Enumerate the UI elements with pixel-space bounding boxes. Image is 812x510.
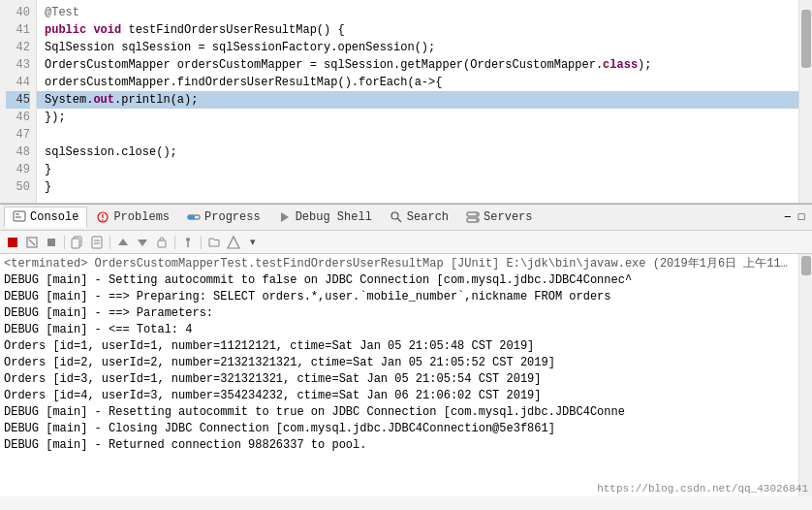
tab-problems[interactable]: Problems [87,207,178,228]
line-num-44: 44 [6,74,30,91]
svg-rect-21 [92,237,102,248]
output-line-2: DEBUG [main] - ==> Preparing: SELECT ord… [4,289,795,305]
code-line-40: @Test [37,4,798,21]
code-line-45: System.out.println(a); [37,91,798,109]
console-tab-bar: Console Problems Progress [0,204,812,231]
console-output: <terminated> OrdersCustomMapperTest.test… [0,254,798,496]
output-line-9: DEBUG [main] - Resetting autocommit to t… [4,404,795,421]
tab-debug-shell[interactable]: Debug Shell [269,207,381,228]
console-toolbar: ▾ [0,231,812,254]
output-line-4: DEBUG [main] - <== Total: 4 [4,322,795,338]
console-panel: Console Problems Progress [0,204,812,496]
editor-hscroll[interactable] [0,203,812,204]
svg-rect-15 [8,238,17,247]
minimize-button[interactable]: − [781,210,795,224]
remove-terminated-button[interactable] [23,234,41,251]
svg-marker-25 [138,239,147,246]
tab-progress-label: Progress [204,210,261,224]
code-line-44: ordersCustomMapper.findOrdersUserResultM… [37,74,798,91]
open-file-button[interactable] [205,234,223,251]
code-line-49: } [37,161,798,178]
tab-problems-label: Problems [113,210,170,224]
watermark: https://blog.csdn.net/qq_43026841 [597,483,808,494]
output-line-5: Orders [id=1, userId=1, number=11212121,… [4,338,795,355]
line-num-43: 43 [6,56,30,74]
debug-icon [278,210,292,224]
svg-line-10 [397,218,401,222]
line-num-49: 49 [6,161,30,178]
code-line-47 [37,126,798,143]
line-num-42: 42 [6,39,30,56]
output-line-7: Orders [id=3, userId=1, number=321321321… [4,371,795,388]
console-icon [13,210,26,224]
dropdown-button[interactable]: ▾ [244,234,262,251]
scroll-lock-button[interactable] [153,234,171,251]
output-line-11: DEBUG [main] - Returned connection 98826… [4,437,795,454]
tab-debug-shell-label: Debug Shell [296,210,372,224]
line-num-41: 41 [6,21,30,39]
toolbar-sep-3 [174,236,175,249]
maximize-button[interactable]: □ [795,210,808,224]
code-line-50: } [37,178,798,196]
svg-rect-0 [14,211,25,221]
output-line-8: Orders [id=4, userId=3, number=354234232… [4,388,795,404]
copy-all-button[interactable] [88,234,106,251]
line-numbers: 40 41 42 43 44 45 46 47 48 49 50 [0,0,37,203]
terminate-button[interactable] [4,234,21,251]
svg-marker-8 [281,212,289,222]
code-line-41: public void testFindOrdersUserResultMap(… [37,21,798,39]
tab-console[interactable]: Console [4,207,87,228]
output-line-3: DEBUG [main] - ==> Parameters: [4,305,795,322]
tab-servers-label: Servers [484,210,532,224]
console-vscroll[interactable] [798,254,812,496]
editor-vscroll[interactable] [798,0,812,203]
toolbar-sep-4 [201,236,202,249]
svg-rect-26 [158,240,166,247]
svg-point-27 [186,238,190,241]
problems-icon [96,210,109,224]
stop-button[interactable] [43,234,60,251]
svg-line-17 [29,239,35,245]
output-line-1: DEBUG [main] - Setting autocommit to fal… [4,272,795,289]
toolbar-sep-1 [64,236,65,249]
line-num-46: 46 [6,109,30,126]
svg-rect-18 [47,239,55,246]
code-editor: 40 41 42 43 44 45 46 47 48 49 50 @Test p… [0,0,812,204]
line-num-47: 47 [6,126,30,143]
svg-point-9 [391,212,398,219]
line-num-48: 48 [6,143,30,161]
tab-progress[interactable]: Progress [178,207,269,228]
svg-marker-24 [118,239,128,245]
copy-button[interactable] [69,234,86,251]
tab-servers[interactable]: Servers [457,207,541,228]
progress-icon [187,210,201,224]
search-icon [390,210,403,224]
scroll-up-button[interactable] [114,234,132,251]
code-line-43: OrdersCustomMapper ordersCustomMapper = … [37,56,798,74]
code-line-42: SqlSession sqlSession = sqlSessionFactor… [37,39,798,56]
output-line-6: Orders [id=2, userId=2, number=213213213… [4,355,795,371]
svg-rect-7 [188,215,195,219]
servers-icon [466,210,480,224]
scroll-down-button[interactable] [134,234,151,251]
svg-point-13 [476,213,478,215]
options-button[interactable] [225,234,242,251]
line-num-40: 40 [6,4,30,21]
code-line-48: sqlSession.close(); [37,143,798,161]
svg-rect-20 [72,239,79,248]
tab-console-label: Console [30,210,78,224]
tab-search-label: Search [407,210,449,224]
tab-search[interactable]: Search [381,207,457,228]
svg-point-14 [476,219,478,221]
svg-point-5 [103,219,105,221]
code-content: @Test public void testFindOrdersUserResu… [37,0,798,203]
output-line-10: DEBUG [main] - Closing JDBC Connection [… [4,421,795,437]
svg-marker-29 [228,237,239,248]
code-line-46: }); [37,109,798,126]
line-num-50: 50 [6,178,30,196]
terminated-line: <terminated> OrdersCustomMapperTest.test… [4,256,795,272]
toolbar-sep-2 [109,236,110,249]
pin-button[interactable] [179,234,197,251]
line-num-45: 45 [6,91,30,109]
